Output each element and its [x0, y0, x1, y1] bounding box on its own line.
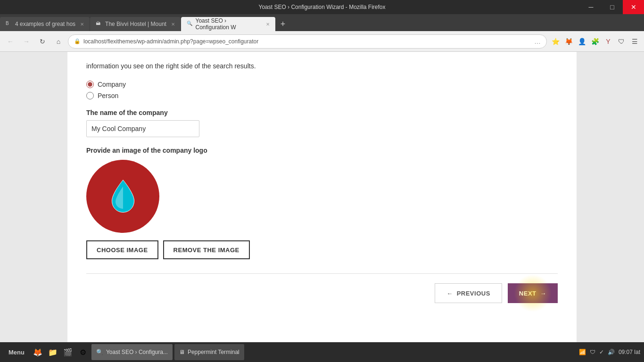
- tab-3[interactable]: 🔍 Yoast SEO › Configuration W ✕: [181, 17, 275, 31]
- previous-label: PREVIOUS: [457, 290, 490, 297]
- firefox-account-icon[interactable]: 👤: [576, 36, 587, 47]
- company-radio[interactable]: [86, 81, 94, 88]
- taskbar-update-icon: ✓: [599, 349, 604, 355]
- previous-button[interactable]: ← PREVIOUS: [435, 283, 502, 303]
- tab-favicon-2: 🏔: [96, 21, 102, 27]
- bookmarks-icon[interactable]: ⭐: [550, 36, 561, 47]
- arrow-left-icon: ←: [446, 290, 453, 297]
- maximize-button[interactable]: □: [602, 0, 623, 14]
- company-name-input[interactable]: [86, 120, 199, 137]
- home-button[interactable]: ⌂: [52, 35, 65, 48]
- company-label: Company: [98, 81, 126, 88]
- taskbar-sound-icon: 🔊: [608, 349, 615, 355]
- button-row: CHOOSE IMAGE REMOVE THE IMAGE: [86, 240, 558, 259]
- new-tab-button[interactable]: +: [276, 17, 290, 31]
- tab-close-2[interactable]: ✕: [171, 22, 175, 27]
- tab-close-3[interactable]: ✕: [266, 22, 270, 27]
- browser-toolbar: ← → ↻ ⌂ 🔒 localhost/flexithemes/wp-admin…: [0, 31, 644, 52]
- tab-close-1[interactable]: ✕: [80, 22, 84, 27]
- divider: [86, 273, 558, 274]
- next-button-wrapper: NEXT →: [508, 283, 558, 303]
- titlebar-controls: ─ □ ✕: [580, 0, 644, 14]
- toolbar-icons: ⭐ 🦊 👤 🧩 Y 🛡 ☰: [550, 36, 640, 47]
- tab-2[interactable]: 🏔 The Bivvi Hostel | Mount ✕: [90, 17, 181, 31]
- url-text: localhost/flexithemes/wp-admin/admin.php…: [83, 38, 531, 45]
- logo-label: Provide an image of the company logo: [86, 147, 558, 154]
- tab-1[interactable]: B 4 examples of great hos ✕: [0, 17, 90, 31]
- radio-group: Company Person: [86, 81, 558, 99]
- taskbar-files-icon[interactable]: 📁: [46, 346, 59, 359]
- taskbar-app-icon: 🔍: [96, 349, 103, 355]
- page-wrapper: information you see on the right side of…: [67, 52, 577, 342]
- arrow-right-icon: →: [540, 290, 547, 297]
- taskbar-menu-button[interactable]: Menu: [4, 349, 29, 356]
- browser-content: information you see on the right side of…: [0, 52, 644, 342]
- pocket-icon[interactable]: 🦊: [563, 36, 574, 47]
- taskbar: Menu 🦊 📁 🎬 ⚙ 🔍 Yoast SEO › Configura... …: [0, 342, 644, 362]
- tab-label-2: The Bivvi Hostel | Mount: [105, 21, 166, 27]
- extensions-icon[interactable]: 🧩: [589, 36, 601, 47]
- person-radio[interactable]: [86, 92, 94, 99]
- company-option[interactable]: Company: [86, 81, 558, 88]
- info-text: information you see on the right side of…: [86, 61, 558, 71]
- taskbar-firefox-icon[interactable]: 🦊: [31, 346, 44, 359]
- name-label: The name of the company: [86, 109, 558, 116]
- menu-icon[interactable]: ☰: [629, 36, 640, 47]
- lock-icon: 🔒: [74, 38, 81, 44]
- tab-favicon-3: 🔍: [187, 21, 193, 27]
- person-option[interactable]: Person: [86, 92, 558, 99]
- nav-row: ← PREVIOUS NEXT →: [86, 283, 558, 303]
- person-label: Person: [98, 92, 118, 99]
- taskbar-terminal-app[interactable]: 🖥 Peppermint Terminal: [174, 344, 244, 360]
- forward-button[interactable]: →: [20, 35, 33, 48]
- next-button[interactable]: NEXT →: [508, 283, 558, 303]
- choose-image-button[interactable]: CHOOSE IMAGE: [86, 240, 158, 259]
- adblock-icon[interactable]: 🛡: [616, 36, 627, 47]
- next-label: NEXT: [519, 290, 537, 297]
- taskbar-terminal-label: Peppermint Terminal: [188, 349, 239, 355]
- remove-image-button[interactable]: REMOVE THE IMAGE: [163, 240, 250, 259]
- taskbar-app-label: Yoast SEO › Configura...: [106, 349, 168, 355]
- taskbar-wifi-icon: 📶: [579, 349, 586, 355]
- taskbar-time-text: 09:07: [619, 349, 633, 355]
- more-button[interactable]: …: [534, 38, 541, 45]
- yoast-icon[interactable]: Y: [603, 36, 614, 47]
- tab-label-3: Yoast SEO › Configuration W: [196, 17, 261, 31]
- taskbar-right: 📶 🛡 ✓ 🔊 09:07 lat: [579, 349, 640, 355]
- logo-preview: [86, 160, 159, 233]
- taskbar-vlc-icon[interactable]: 🎬: [61, 346, 74, 359]
- refresh-button[interactable]: ↻: [36, 35, 49, 48]
- taskbar-settings-icon[interactable]: ⚙: [76, 346, 90, 359]
- back-button[interactable]: ←: [4, 35, 17, 48]
- tab-favicon-1: B: [6, 21, 12, 27]
- tabbar: B 4 examples of great hos ✕ 🏔 The Bivvi …: [0, 14, 644, 31]
- taskbar-time: 09:07 lat: [619, 349, 640, 355]
- taskbar-vpn-icon: 🛡: [590, 349, 595, 355]
- tab-label-1: 4 examples of great hos: [15, 21, 75, 27]
- taskbar-active-app[interactable]: 🔍 Yoast SEO › Configura...: [91, 344, 173, 360]
- taskbar-terminal-icon: 🖥: [179, 349, 185, 355]
- titlebar: Yoast SEO › Configuration Wizard - Mozil…: [0, 0, 644, 14]
- titlebar-title: Yoast SEO › Configuration Wizard - Mozil…: [259, 4, 386, 10]
- minimize-button[interactable]: ─: [580, 0, 602, 14]
- taskbar-date-text: lat: [634, 349, 640, 355]
- droplet-icon: [107, 178, 140, 215]
- close-button[interactable]: ✕: [623, 0, 644, 14]
- url-bar[interactable]: 🔒 localhost/flexithemes/wp-admin/admin.p…: [68, 34, 547, 49]
